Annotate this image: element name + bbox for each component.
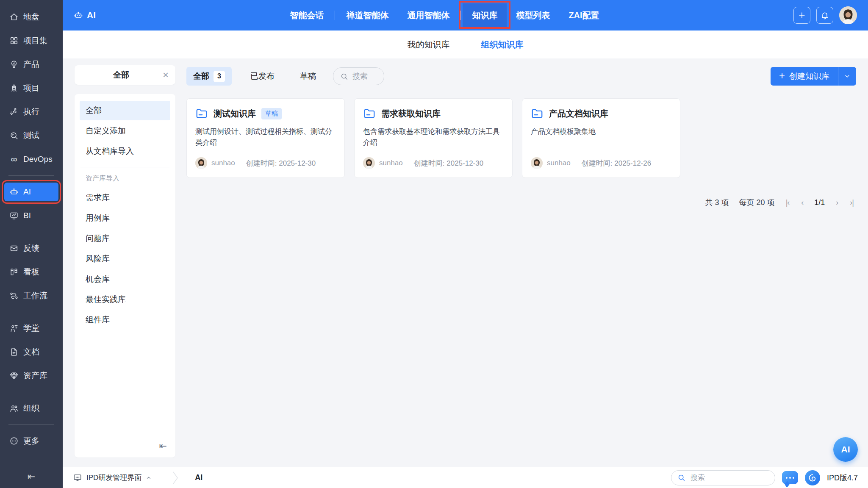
document-icon: [9, 347, 19, 357]
status-tabs: 全部 3 已发布 草稿: [186, 67, 323, 86]
sidebar-item[interactable]: BI: [4, 206, 58, 225]
sidebar-item[interactable]: 测试: [4, 126, 58, 145]
page-indicator: 1/1: [814, 198, 825, 207]
chart-board-icon: [9, 211, 19, 220]
diamond-icon: [9, 371, 19, 380]
close-icon[interactable]: ×: [162, 70, 169, 80]
pagination: 共 3 项 每页 20 项 |‹ ‹ 1/1 › ›|: [186, 197, 856, 208]
sidebar-divider: [8, 232, 54, 232]
sidebar-item[interactable]: AI: [4, 183, 58, 201]
owner-name: sunhao: [379, 159, 403, 167]
sidebar-item-label: 反馈: [23, 243, 39, 254]
pagination-per-page[interactable]: 每页 20 项: [739, 197, 775, 208]
topbar-actions: [793, 6, 857, 24]
filter-item[interactable]: 组件库: [80, 310, 170, 330]
sidebar-item[interactable]: 项目集: [4, 31, 58, 50]
knowledge-card[interactable]: 产品文档知识库 产品文档模板聚集地: [522, 98, 680, 178]
filter-item-label: 风险库: [86, 253, 110, 264]
filter-item[interactable]: 用例库: [80, 208, 170, 228]
filter-item[interactable]: 问题库: [80, 229, 170, 248]
filter-item-label: 组件库: [86, 314, 110, 325]
topnav-item[interactable]: 禅道智能体: [337, 3, 398, 27]
user-avatar[interactable]: [839, 6, 857, 24]
filter-item[interactable]: 需求库: [80, 188, 170, 208]
filter-item-label: 最佳实践库: [86, 294, 126, 305]
notifications-button[interactable]: [816, 7, 833, 24]
filter-item[interactable]: 机会库: [80, 269, 170, 289]
filter-group-label: 资产库导入: [80, 174, 170, 183]
sidebar-item[interactable]: 项目: [4, 79, 58, 97]
last-page-icon[interactable]: ›|: [849, 198, 854, 207]
topnav-item[interactable]: 模型列表: [507, 3, 559, 27]
filter-item[interactable]: 自定义添加: [80, 121, 170, 141]
subnav-tab-label: 组织知识库: [481, 40, 524, 49]
status-tab-label: 草稿: [300, 71, 316, 82]
nav-separator: [335, 11, 335, 20]
filter-item[interactable]: 风险库: [80, 249, 170, 269]
status-tab[interactable]: 草稿: [293, 67, 323, 86]
sidebar-item[interactable]: 文档: [4, 343, 58, 361]
owner-avatar: [363, 157, 375, 169]
owner-name: sunhao: [211, 159, 235, 167]
sidebar-item[interactable]: ∞ DevOps: [4, 150, 58, 169]
filter-item[interactable]: 最佳实践库: [80, 290, 170, 309]
subnav-tab[interactable]: 我的知识库: [408, 39, 450, 50]
sidebar-item[interactable]: 学堂: [4, 319, 58, 338]
first-page-icon[interactable]: |‹: [785, 198, 790, 207]
sidebar-item[interactable]: 工作流: [4, 286, 58, 305]
topnav-item[interactable]: 知识库: [463, 3, 507, 27]
sidebar-item[interactable]: 更多: [4, 432, 58, 450]
sidebar-item[interactable]: 执行: [4, 103, 58, 121]
owner-avatar: [195, 157, 207, 169]
filter-collapse-button[interactable]: ⇤: [156, 438, 170, 454]
magnifier-icon: [9, 131, 19, 140]
create-knowledge-main[interactable]: + 创建知识库: [771, 67, 838, 86]
sidebar-item[interactable]: 资产库: [4, 366, 58, 385]
feedback-chat-icon[interactable]: [782, 471, 798, 484]
global-search-input[interactable]: [690, 473, 769, 482]
zentao-logo[interactable]: [805, 470, 820, 485]
folder-icon: [531, 107, 544, 120]
status-tab[interactable]: 全部 3: [186, 67, 232, 86]
sidebar-item[interactable]: 组织: [4, 399, 58, 418]
folder-icon: [363, 107, 376, 120]
card-header: 需求获取知识库: [363, 107, 504, 120]
sidebar-item-label: DevOps: [23, 155, 53, 164]
app-logo: AI: [74, 10, 96, 20]
status-tab[interactable]: 已发布: [244, 67, 281, 86]
topnav-item[interactable]: 智能会话: [280, 3, 333, 27]
more-icon: [9, 436, 19, 446]
create-knowledge-label: 创建知识库: [789, 71, 829, 82]
card-description: 包含需求获取基本理论和需求获取方法工具介绍: [363, 126, 504, 149]
knowledge-card[interactable]: 需求获取知识库 包含需求获取基本理论和需求获取方法工具介绍: [354, 98, 513, 178]
topnav-item[interactable]: 通用智能体: [398, 3, 459, 27]
lightbulb-icon: [9, 60, 19, 69]
created-time: 创建时间: 2025-12-30: [246, 158, 316, 168]
workspace-switcher[interactable]: IPD研发管理界面: [73, 473, 152, 482]
ai-assistant-fab[interactable]: AI: [833, 437, 858, 462]
ai-fab-label: AI: [841, 444, 850, 455]
sidebar-item-label: AI: [23, 187, 31, 197]
filter-item[interactable]: 全部: [80, 101, 170, 120]
robot-icon: [74, 11, 83, 20]
sidebar-collapse-button[interactable]: ⇤: [3, 464, 59, 486]
prev-page-icon[interactable]: ‹: [800, 198, 804, 207]
card-meta: sunhao 创建时间: 2025-12-30: [195, 157, 336, 169]
created-time: 创建时间: 2025-12-26: [582, 158, 651, 168]
card-meta: sunhao 创建时间: 2025-12-26: [531, 157, 671, 169]
draft-status-badge: 草稿: [261, 108, 282, 119]
knowledge-card[interactable]: 测试知识库 草稿 测试用例设计、测试过程相关指标、测试分类介绍: [186, 98, 345, 178]
card-header: 产品文档知识库: [531, 107, 671, 120]
next-page-icon[interactable]: ›: [835, 198, 839, 207]
sidebar-item[interactable]: 反馈: [4, 239, 58, 258]
add-button[interactable]: [793, 7, 810, 24]
sidebar-item[interactable]: 产品: [4, 55, 58, 74]
sidebar-item[interactable]: 看板: [4, 263, 58, 281]
sidebar-item[interactable]: 地盘: [4, 8, 58, 26]
topnav-item[interactable]: ZAI配置: [559, 3, 608, 27]
search-input[interactable]: [352, 72, 380, 81]
subnav-tab[interactable]: 组织知识库: [481, 39, 524, 50]
create-dropdown-toggle[interactable]: [838, 67, 856, 86]
filter-item[interactable]: 从文档库导入: [80, 141, 170, 161]
sidebar-divider: [8, 175, 54, 176]
